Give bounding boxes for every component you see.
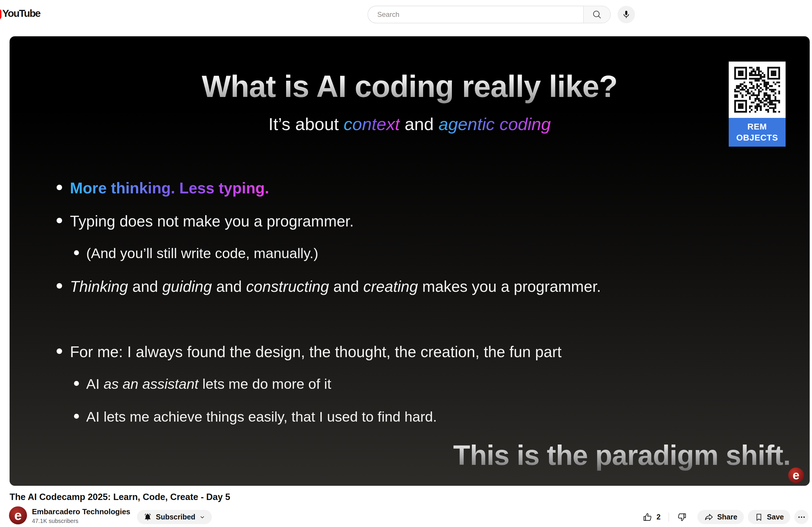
bullet-ai-achieve: AI lets me achieve things easily, that I…: [74, 409, 437, 425]
bullet-fragment: guiding: [162, 278, 212, 295]
bullet-text: AI lets me achieve things easily, that I…: [86, 409, 437, 425]
watermark-letter: e: [793, 468, 799, 482]
subtitle-accent: agentic coding: [438, 114, 551, 134]
bullet-fragment: AI: [86, 376, 104, 392]
share-button[interactable]: Share: [697, 510, 743, 524]
bullet-dot: [57, 283, 62, 289]
subtitle-accent: context: [344, 114, 400, 134]
qr-label: REM OBJECTS: [729, 118, 786, 147]
qr-label-line: OBJECTS: [736, 132, 778, 143]
search-box[interactable]: [368, 6, 583, 23]
bookmark-icon: [754, 512, 764, 522]
dislike-button[interactable]: [677, 512, 687, 522]
qr-code-panel: [729, 61, 786, 118]
search-input[interactable]: [377, 10, 566, 19]
bullet-fragment: as an assistant: [104, 376, 199, 392]
embarcadero-watermark-icon: e: [788, 468, 804, 483]
subscribed-button[interactable]: Subscribed: [137, 510, 212, 524]
search-button[interactable]: [583, 6, 611, 23]
bullet-fragment: creating: [363, 278, 418, 295]
bullet-dot: [57, 348, 62, 354]
share-label: Share: [717, 513, 737, 521]
thumb-down-icon: [677, 512, 687, 522]
like-dislike-pill: 2: [636, 510, 693, 524]
bullet-text: Typing does not make you a programmer.: [70, 212, 354, 230]
avatar-letter: e: [14, 508, 22, 523]
bullet-fragment: constructing: [246, 278, 329, 295]
bullet-dot: [74, 414, 79, 419]
share-icon: [704, 512, 714, 522]
slide-closing: This is the paradigm shift.: [453, 439, 791, 471]
youtube-logo[interactable]: YouTube: [2, 8, 40, 19]
bullet-text: Thinking and guiding and constructing an…: [70, 277, 601, 295]
bullet-fragment: and: [329, 278, 363, 295]
bullet-text: (And you’ll still write code, manually.): [86, 245, 318, 261]
bullet-dot: [74, 381, 79, 386]
bullet-for-me: For me: I always found the design, the t…: [57, 343, 562, 361]
bell-icon: [143, 513, 152, 522]
qr-badge: REM OBJECTS: [729, 61, 786, 147]
microphone-icon: [622, 10, 631, 19]
bullet-fragment: and: [128, 278, 162, 295]
save-button[interactable]: Save: [748, 510, 790, 524]
channel-subscribers: 47.1K subscribers: [32, 518, 78, 524]
like-button[interactable]: 2: [642, 512, 661, 522]
subtitle-part: and: [400, 114, 438, 134]
slide-title: What is AI coding really like?: [10, 69, 810, 104]
video-player[interactable]: What is AI coding really like? It’s abou…: [10, 36, 810, 486]
bullet-text: More thinking. Less typing.: [70, 179, 269, 197]
qr-label-line: REM: [747, 122, 767, 132]
bullet-dot: [57, 185, 62, 190]
voice-search-button[interactable]: [618, 6, 635, 23]
bullet-fragment: lets me do more of it: [199, 376, 331, 392]
bullet-dot: [74, 250, 79, 255]
video-title: The AI Codecamp 2025: Learn, Code, Creat…: [10, 492, 230, 502]
slide-subtitle: It’s about context and agentic coding: [10, 114, 810, 134]
bullet-more-thinking: More thinking. Less typing.: [57, 179, 269, 197]
qr-code: [734, 67, 780, 113]
channel-avatar[interactable]: e: [9, 507, 27, 524]
like-count: 2: [656, 513, 661, 521]
search-icon: [592, 10, 602, 19]
pill-divider: [669, 513, 669, 522]
youtube-play-icon[interactable]: [0, 9, 1, 19]
save-label: Save: [767, 513, 784, 521]
subscribed-label: Subscribed: [156, 513, 195, 521]
header: YouTube: [0, 0, 812, 32]
search-area: [368, 6, 635, 23]
more-actions-button[interactable]: [794, 510, 809, 524]
thumb-up-icon: [642, 512, 652, 522]
action-bar: 2 Share Save: [636, 510, 809, 524]
bullet-dot: [57, 218, 62, 223]
bullet-thinking-guiding: Thinking and guiding and constructing an…: [57, 277, 601, 295]
bullet-fragment: Thinking: [70, 278, 128, 295]
channel-name[interactable]: Embarcadero Technologies: [32, 507, 130, 516]
bullet-still-write-code: (And you’ll still write code, manually.): [74, 245, 318, 261]
bullet-ai-assistant: AI as an assistant lets me do more of it: [74, 376, 331, 392]
bullet-typing: Typing does not make you a programmer.: [57, 212, 354, 230]
bullet-fragment: and: [212, 278, 246, 295]
chevron-down-icon: [199, 514, 205, 520]
bullet-text: For me: I always found the design, the t…: [70, 343, 562, 361]
bullet-fragment: makes you a programmer.: [418, 278, 601, 295]
subtitle-part: It’s about: [269, 114, 344, 134]
bullet-text: AI as an assistant lets me do more of it: [86, 376, 331, 392]
more-icon: [797, 513, 806, 522]
